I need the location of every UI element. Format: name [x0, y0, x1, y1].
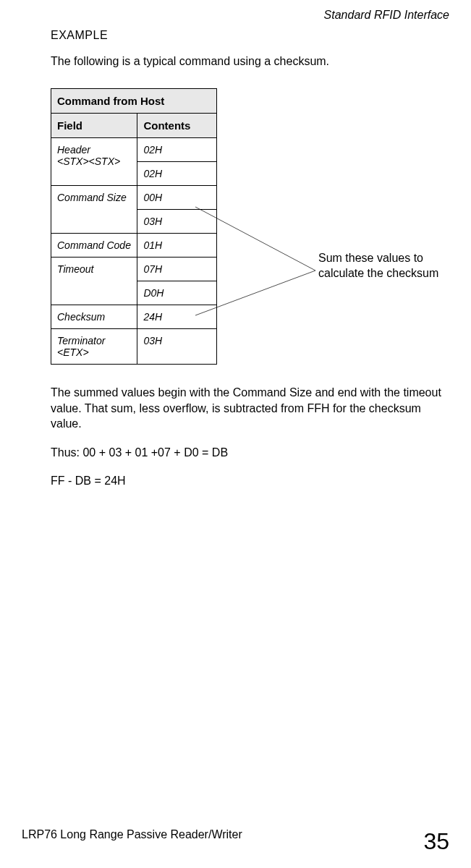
contents-00h: 00H	[137, 186, 217, 210]
field-command-code: Command Code	[51, 234, 137, 258]
command-table: Command from Host Field Contents Header<…	[51, 88, 217, 365]
field-header: Header<STX><STX>	[51, 138, 137, 186]
annotation-line-1: Sum these values to	[318, 252, 423, 264]
table-title: Command from Host	[51, 89, 217, 114]
contents-01h: 01H	[137, 234, 217, 258]
col-header-field: Field	[51, 114, 137, 138]
contents-03h: 03H	[137, 210, 217, 234]
contents-02h-2: 02H	[137, 162, 217, 186]
contents-d0h: D0H	[137, 281, 217, 305]
contents-02h-1: 02H	[137, 138, 217, 162]
annotation-line-2: calculate the checksum	[318, 267, 438, 279]
field-terminator: Terminator <ETX>	[51, 329, 137, 365]
body-p1: The summed values begin with the Command…	[51, 385, 449, 432]
footer-left: LRP76 Long Range Passive Reader/Writer	[22, 828, 242, 841]
annotation-text: Sum these values to calculate the checks…	[318, 251, 438, 281]
header-title: Standard RFID Interface	[324, 9, 449, 22]
page-content: EXAMPLE The following is a typical comma…	[0, 0, 471, 489]
field-command-size: Command Size	[51, 186, 137, 234]
intro-text: The following is a typical command using…	[51, 55, 449, 68]
body-p2: Thus: 00 + 03 + 01 +07 + D0 = DB	[51, 445, 449, 461]
table-area: Command from Host Field Contents Header<…	[51, 88, 449, 365]
page-footer: LRP76 Long Range Passive Reader/Writer 3…	[0, 828, 471, 855]
field-timeout: Timeout	[51, 258, 137, 305]
contents-24h: 24H	[137, 305, 217, 329]
contents-03h-2: 03H	[137, 329, 217, 365]
footer-page-number: 35	[423, 828, 449, 855]
body-p3: FF - DB = 24H	[51, 473, 449, 489]
col-header-contents: Contents	[137, 114, 217, 138]
example-heading: EXAMPLE	[51, 29, 449, 42]
contents-07h: 07H	[137, 258, 217, 281]
field-checksum: Checksum	[51, 305, 137, 329]
